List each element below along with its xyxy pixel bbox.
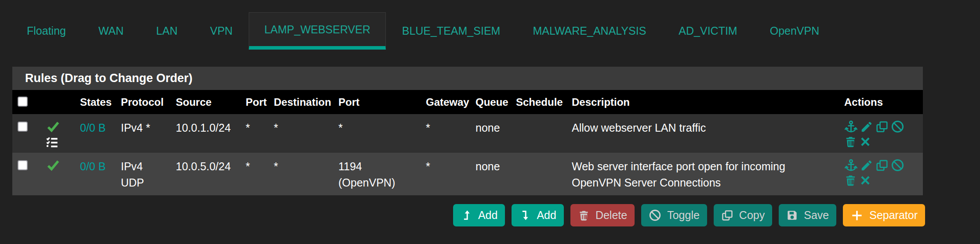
states-details-checklist-icon[interactable] — [45, 136, 58, 148]
rule-source: 10.0.1.0/24 — [172, 114, 242, 153]
save-icon — [786, 209, 798, 221]
interface-tabs: Floating WAN LAN VPN LAMP_WEBSERVER BLUE… — [0, 0, 980, 50]
trash-icon[interactable] — [844, 174, 857, 187]
plus-icon — [850, 209, 864, 222]
rule-destination: * — [270, 153, 335, 195]
rule-destination-port: * — [335, 114, 422, 153]
add-rule-bottom-button[interactable]: Add — [512, 204, 563, 226]
rule-actions — [841, 153, 923, 195]
rule-gateway: * — [422, 114, 472, 153]
rule-schedule — [512, 114, 568, 153]
description-column-header: Description — [568, 90, 841, 114]
rule-gateway: * — [422, 153, 472, 195]
rule-schedule — [512, 153, 568, 195]
rule-protocol: IPv4 UDP — [117, 153, 172, 195]
rules-panel: Rules (Drag to Change Order) States Prot… — [12, 67, 923, 195]
trash-icon[interactable] — [844, 135, 857, 148]
copy-icon — [721, 209, 733, 222]
select-all-checkbox[interactable] — [18, 97, 28, 107]
rule-enabled-check-icon — [45, 158, 61, 172]
row-checkbox[interactable] — [18, 160, 28, 170]
rule-destination-port: 1194 (OpenVPN) — [335, 153, 422, 195]
rule-queue: none — [472, 114, 512, 153]
status-column-header — [42, 90, 76, 114]
rule-protocol: IPv4 * — [117, 114, 172, 153]
rules-table: States Protocol Source Port Destination … — [12, 90, 923, 195]
tab-wan[interactable]: WAN — [82, 12, 140, 50]
tab-lan[interactable]: LAN — [140, 12, 194, 50]
copy-icon[interactable] — [875, 159, 889, 172]
separator-button[interactable]: Separator — [843, 204, 925, 226]
ban-icon[interactable] — [891, 120, 904, 133]
ban-icon — [649, 209, 661, 222]
rule-states-value[interactable]: 0/0 B — [76, 114, 117, 153]
queue-column-header: Queue — [472, 90, 512, 114]
rule-source: 10.0.5.0/24 — [172, 153, 242, 195]
tab-lamp-webserver[interactable]: LAMP_WEBSERVER — [249, 12, 385, 50]
rule-description: Web server interface port open for incom… — [568, 153, 841, 195]
rule-source-port: * — [242, 153, 270, 195]
save-button[interactable]: Save — [779, 204, 836, 226]
level-down-icon — [519, 209, 531, 221]
ban-icon[interactable] — [891, 158, 904, 172]
rule-enabled-check-icon — [45, 120, 61, 133]
tab-vpn[interactable]: VPN — [194, 12, 249, 50]
rule-source-port: * — [242, 114, 270, 153]
table-row[interactable]: 0/0 B IPv4 * 10.0.1.0/24 * * * * none Al… — [12, 114, 923, 153]
pencil-icon[interactable] — [860, 120, 873, 133]
tab-openvpn[interactable]: OpenVPN — [754, 12, 836, 50]
destination-column-header: Destination — [270, 90, 335, 114]
panel-title: Rules (Drag to Change Order) — [12, 67, 923, 90]
rule-description: Allow webserver LAN traffic — [568, 114, 841, 153]
gateway-column-header: Gateway — [422, 90, 472, 114]
toggle-button[interactable]: Toggle — [641, 204, 707, 226]
close-icon[interactable] — [859, 174, 871, 187]
rule-destination: * — [270, 114, 335, 153]
table-header-row: States Protocol Source Port Destination … — [12, 90, 923, 114]
rules-toolbar: Add Add Delete Toggle Copy Save Separa — [12, 204, 925, 226]
tab-floating[interactable]: Floating — [11, 12, 82, 50]
pencil-icon[interactable] — [860, 159, 873, 172]
rule-actions — [841, 114, 923, 153]
delete-button[interactable]: Delete — [570, 204, 635, 226]
tab-ad-victim[interactable]: AD_VICTIM — [662, 12, 753, 50]
table-row[interactable]: 0/0 B IPv4 UDP 10.0.5.0/24 * * 1194 (Ope… — [12, 153, 923, 195]
schedule-column-header: Schedule — [512, 90, 568, 114]
add-rule-top-button[interactable]: Add — [453, 204, 505, 226]
level-up-icon — [461, 209, 472, 221]
anchor-icon[interactable] — [844, 158, 858, 172]
source-column-header: Source — [172, 90, 242, 114]
rule-queue: none — [472, 153, 512, 195]
anchor-icon[interactable] — [844, 120, 858, 133]
rule-states-value[interactable]: 0/0 B — [76, 153, 117, 195]
close-icon[interactable] — [859, 136, 871, 148]
copy-icon[interactable] — [875, 120, 889, 133]
source-port-column-header: Port — [242, 90, 270, 114]
copy-button[interactable]: Copy — [714, 204, 772, 226]
row-checkbox[interactable] — [18, 122, 28, 132]
destination-port-column-header: Port — [335, 90, 422, 114]
states-column-header: States — [76, 90, 117, 114]
tab-malware-analysis[interactable]: MALWARE_ANALYSIS — [516, 12, 662, 50]
trash-icon — [578, 209, 590, 222]
actions-column-header: Actions — [841, 90, 923, 114]
tab-blue-team-siem[interactable]: BLUE_TEAM_SIEM — [386, 12, 517, 50]
protocol-column-header: Protocol — [117, 90, 172, 114]
